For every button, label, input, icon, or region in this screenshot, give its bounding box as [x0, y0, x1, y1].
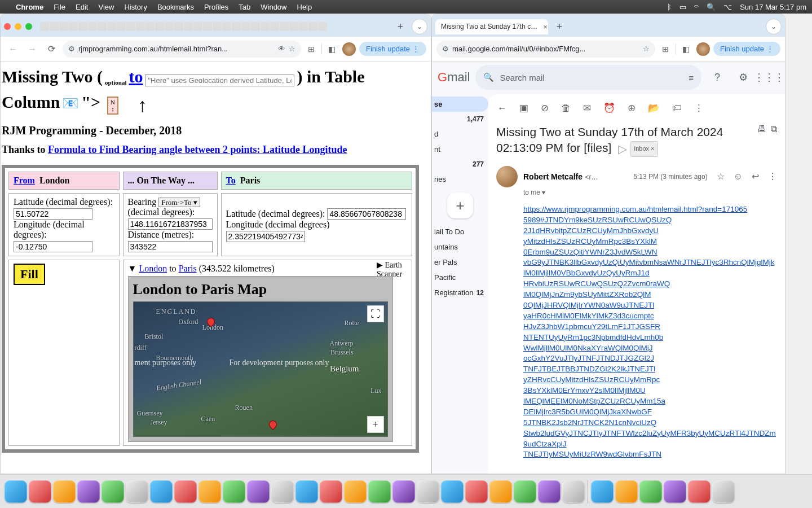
move-icon[interactable]: 📂: [648, 102, 660, 114]
dock-app-icon[interactable]: [102, 480, 124, 503]
geolocation-input[interactable]: [145, 75, 294, 86]
tab-favicon[interactable]: [213, 22, 222, 31]
menubar-view[interactable]: View: [98, 3, 114, 11]
tab-favicon[interactable]: [107, 22, 116, 31]
tab-favicon[interactable]: [88, 22, 97, 31]
from-lon-input[interactable]: [14, 241, 92, 252]
dock-app-icon[interactable]: [465, 480, 488, 503]
sidebar-item[interactable]: Pacific: [432, 270, 488, 285]
menubar-clock[interactable]: Sun 17 Mar 5:17 pm: [740, 3, 806, 11]
dock-app-icon[interactable]: [514, 480, 536, 503]
dock-app-icon[interactable]: [198, 480, 221, 503]
inbox-label[interactable]: Inbox ×: [630, 141, 657, 157]
star-icon[interactable]: ☆: [643, 45, 650, 53]
snooze-icon[interactable]: ⏰: [603, 102, 615, 114]
tab-favicon[interactable]: [98, 22, 107, 31]
tab-favicon[interactable]: [69, 22, 78, 31]
battery-icon[interactable]: ▭: [679, 3, 686, 11]
dock-app-icon[interactable]: [320, 480, 342, 503]
dock-app-icon[interactable]: [417, 480, 439, 503]
menubar-edit[interactable]: Edit: [76, 3, 88, 11]
tab-favicon[interactable]: [261, 22, 270, 31]
menubar-app[interactable]: Chrome: [16, 3, 43, 11]
search-mail-input[interactable]: 🔍 Search mail ≡: [475, 65, 701, 90]
dock-app-icon[interactable]: [29, 480, 51, 503]
bearing-select[interactable]: From->To ▾: [158, 198, 200, 207]
sidebar-item[interactable]: Registration12: [432, 285, 488, 300]
sidebar-item[interactable]: ries: [432, 172, 488, 187]
dock-app-icon[interactable]: [271, 480, 294, 503]
sidepanel-icon[interactable]: ◧: [325, 42, 339, 56]
minimize-window-button[interactable]: [15, 23, 21, 30]
to-lat-input[interactable]: [327, 208, 406, 220]
react-icon[interactable]: ☺: [734, 172, 743, 182]
tab-favicon[interactable]: [165, 22, 174, 31]
archive-icon[interactable]: ▣: [519, 102, 528, 114]
to-link[interactable]: to: [129, 67, 143, 86]
tab-favicon[interactable]: [203, 22, 212, 31]
new-tab-button[interactable]: +: [392, 19, 408, 34]
to-line[interactable]: to me ▾: [523, 189, 777, 196]
sidepanel-icon[interactable]: ◧: [679, 42, 693, 56]
fill-button[interactable]: Fill: [14, 264, 45, 285]
dock-app-icon[interactable]: [223, 480, 245, 503]
sidebar-item[interactable]: nt: [432, 142, 488, 157]
wifi-icon[interactable]: ⌔: [694, 3, 699, 11]
search-tune-icon[interactable]: ≡: [689, 73, 694, 82]
bluetooth-icon[interactable]: ᛒ: [667, 3, 672, 11]
details-to-link[interactable]: Paris: [179, 264, 197, 273]
sidebar-item[interactable]: d: [432, 126, 488, 142]
tab-favicon[interactable]: [145, 22, 155, 31]
back-icon[interactable]: ←: [497, 103, 507, 114]
dock-app-icon[interactable]: [538, 480, 561, 503]
tab-favicon[interactable]: [289, 22, 298, 31]
to-lon-input[interactable]: [226, 231, 305, 242]
dock-app-icon[interactable]: [5, 480, 27, 503]
dock-app-icon[interactable]: [53, 480, 76, 503]
tab-favicon[interactable]: [59, 22, 68, 31]
tab-favicon[interactable]: [40, 22, 49, 31]
popout-icon[interactable]: ⧉: [771, 124, 777, 134]
extensions-icon[interactable]: ⊞: [304, 42, 318, 56]
tab-favicon[interactable]: [193, 22, 202, 31]
from-link[interactable]: From: [14, 176, 35, 185]
dock-app-icon[interactable]: [174, 480, 197, 503]
menubar-file[interactable]: File: [54, 3, 65, 11]
map-fullscreen-button[interactable]: ⛶: [367, 305, 384, 322]
spotlight-icon[interactable]: 🔍: [707, 3, 716, 11]
site-settings-icon[interactable]: ⚙: [68, 45, 75, 53]
tab-favicon[interactable]: [251, 22, 260, 31]
close-tab-icon[interactable]: ×: [543, 23, 548, 31]
sidebar-item[interactable]: 1,477: [432, 112, 488, 126]
labels-icon[interactable]: 🏷: [672, 103, 682, 114]
compass-badge[interactable]: N↕: [107, 97, 118, 115]
forward-button[interactable]: →: [24, 41, 40, 57]
new-tab-button[interactable]: +: [551, 19, 567, 34]
tab-favicon[interactable]: [126, 22, 135, 31]
more-icon[interactable]: ⋮: [694, 102, 704, 114]
menubar-tab[interactable]: Tab: [239, 3, 250, 11]
site-settings-icon[interactable]: ⚙: [442, 45, 449, 53]
dock-app-icon[interactable]: [247, 480, 270, 503]
support-icon[interactable]: ?: [707, 67, 727, 87]
distance-input[interactable]: [128, 241, 213, 252]
details-from-link[interactable]: London: [139, 264, 167, 273]
sidebar-item[interactable]: lail To Do: [432, 224, 488, 239]
dock-app-icon[interactable]: [489, 480, 512, 503]
menubar-bookmarks[interactable]: Bookmarks: [157, 3, 194, 11]
address-bar[interactable]: ⚙ rjmprogramming.com.au/htmlemail.html?r…: [63, 41, 301, 58]
sidebar-item[interactable]: er Pals: [432, 255, 488, 270]
dock-app-icon[interactable]: [615, 480, 638, 503]
up-arrow-icon[interactable]: ↑: [138, 95, 147, 116]
apps-icon[interactable]: ⋮⋮⋮: [759, 67, 779, 87]
tab-favicon[interactable]: [174, 22, 183, 31]
map-canvas[interactable]: ⛶ + ENGLAND Oxford London Bristol rdiff …: [133, 301, 388, 437]
address-bar-right[interactable]: ⚙ mail.google.com/mail/u/0/#inbox/FMfcg.…: [436, 41, 655, 58]
important-icon[interactable]: ▷: [618, 141, 627, 157]
tab-favicon[interactable]: [78, 22, 87, 31]
dock-app-icon[interactable]: [639, 480, 662, 503]
dock-app-icon[interactable]: [441, 480, 464, 503]
maximize-window-button[interactable]: [25, 23, 32, 30]
map-zoom-in-button[interactable]: +: [367, 416, 384, 433]
mail-more-icon[interactable]: ⋮: [768, 171, 777, 182]
